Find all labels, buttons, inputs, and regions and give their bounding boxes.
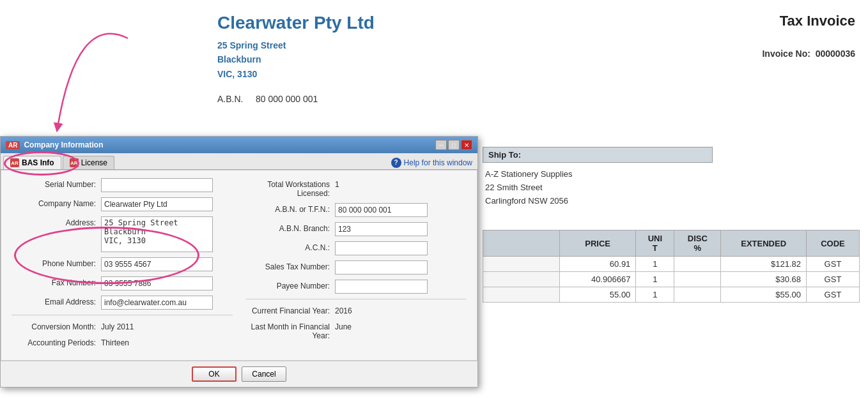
table-cell-disc <box>674 272 721 287</box>
address-line1: 25 Spring Street <box>217 38 460 52</box>
ship-to-section: Ship To: A-Z Stationery Supplies 22 Smit… <box>483 147 713 207</box>
ship-to-address: A-Z Stationery Supplies 22 Smith Street … <box>483 168 713 207</box>
company-name-label: Company Name: <box>12 197 101 208</box>
minimize-button[interactable]: ─ <box>435 140 447 150</box>
table-cell-price: 60.91 <box>560 257 636 272</box>
sales-tax-input[interactable] <box>335 260 428 275</box>
table-cell-unit: 1 <box>636 257 674 272</box>
company-name-large: Clearwater Pty Ltd <box>217 13 460 33</box>
acn-label: A.C.N.: <box>245 241 335 252</box>
total-workstations-value: 1 <box>335 178 339 189</box>
abn-tfn-row: A.B.N. or T.F.N.: <box>245 203 467 217</box>
table-cell-extended: $55.00 <box>721 287 807 303</box>
company-info-dialog: AR Company Information ─ □ ✕ AR BAS Info… <box>0 136 478 388</box>
address-row: Address: 25 Spring Street Blackburn VIC,… <box>12 216 233 252</box>
company-name-input[interactable] <box>101 197 213 211</box>
table-header-code: CODE <box>806 230 859 257</box>
ship-to-label: Ship To: <box>483 147 713 163</box>
acn-input[interactable] <box>335 241 428 255</box>
total-workstations-label: Total Workstations Licensed: <box>245 178 335 198</box>
abn-branch-input[interactable] <box>335 222 428 236</box>
phone-row: Phone Number: <box>12 257 233 271</box>
accounting-periods-label: Accounting Periods: <box>12 336 101 347</box>
help-button[interactable]: ? Help for this window <box>391 158 472 168</box>
table-header-price: PRICE <box>560 230 636 257</box>
table-row: 40.906667 1 $30.68 GST <box>483 272 860 287</box>
address-input[interactable]: 25 Spring Street Blackburn VIC, 3130 <box>101 216 213 252</box>
current-financial-year-value: 2016 <box>335 305 352 315</box>
company-address: 25 Spring Street Blackburn VIC, 3130 <box>217 38 460 81</box>
sales-tax-row: Sales Tax Number: <box>245 260 467 275</box>
dialog-left-col: Serial Number: Company Name: Address: 25… <box>12 178 233 352</box>
invoice-left-section: Clearwater Pty Ltd 25 Spring Street Blac… <box>217 13 460 104</box>
table-cell-price: 55.00 <box>560 287 636 303</box>
current-financial-year-row: Current Financial Year: 2016 <box>245 305 467 315</box>
tax-invoice-title: Tax Invoice <box>663 13 855 29</box>
conversion-month-label: Conversion Month: <box>12 320 101 331</box>
address-label: Address: <box>12 216 101 227</box>
address-line2: Blackburn <box>217 52 460 66</box>
table-header-disc: DISC% <box>674 230 721 257</box>
dialog-body: Serial Number: Company Name: Address: 25… <box>1 170 477 361</box>
bas-tab-label: BAS Info <box>22 158 54 167</box>
current-financial-year-label: Current Financial Year: <box>245 305 335 315</box>
table-cell-empty <box>483 287 560 303</box>
license-tab-label: License <box>81 158 107 167</box>
table-cell-unit: 1 <box>636 287 674 303</box>
email-input[interactable] <box>101 296 213 310</box>
ok-button[interactable]: OK <box>192 366 236 382</box>
email-row: Email Address: <box>12 296 233 310</box>
ship-line1: A-Z Stationery Supplies <box>485 168 713 181</box>
dialog-titlebar: AR Company Information ─ □ ✕ <box>1 137 477 153</box>
fax-input[interactable] <box>101 276 213 290</box>
abn-label: A.B.N. <box>217 94 243 104</box>
last-month-row: Last Month in Financial Year: June <box>245 320 467 340</box>
close-button[interactable]: ✕ <box>461 140 472 150</box>
help-icon: ? <box>391 158 401 168</box>
conversion-month-value: July 2011 <box>101 320 134 331</box>
sales-tax-label: Sales Tax Number: <box>245 260 335 271</box>
accounting-periods-value: Thirteen <box>101 336 129 347</box>
table-row: 60.91 1 $121.82 GST <box>483 257 860 272</box>
abn-tfn-label: A.B.N. or T.F.N.: <box>245 203 335 214</box>
tab-license[interactable]: AR License <box>63 156 114 169</box>
help-label: Help for this window <box>404 158 472 167</box>
phone-label: Phone Number: <box>12 257 101 268</box>
serial-number-row: Serial Number: <box>12 178 233 192</box>
ship-line2: 22 Smith Street <box>485 181 713 195</box>
table-cell-empty <box>483 257 560 272</box>
dialog-tabs: AR BAS Info AR License ? Help for this w… <box>1 153 477 170</box>
conversion-month-row: Conversion Month: July 2011 <box>12 320 233 331</box>
table-cell-code: GST <box>806 287 859 303</box>
payee-input[interactable] <box>335 280 428 294</box>
accounting-periods-row: Accounting Periods: Thirteen <box>12 336 233 347</box>
invoice-right-section: Tax Invoice Invoice No: 00000036 <box>663 13 855 72</box>
cancel-button[interactable]: Cancel <box>242 366 286 382</box>
invoice-table: PRICE UNIT DISC% EXTENDED CODE 60.91 1 $… <box>483 230 860 303</box>
last-month-value: June <box>335 320 352 331</box>
payee-label: Payee Number: <box>245 280 335 290</box>
abn-tfn-input[interactable] <box>335 203 428 217</box>
phone-input[interactable] <box>101 257 213 271</box>
dialog-title-text: Company Information <box>24 140 103 149</box>
acn-row: A.C.N.: <box>245 241 467 255</box>
fax-label: Fax Number: <box>12 276 101 287</box>
email-label: Email Address: <box>12 296 101 306</box>
abn-value: 80 000 000 001 <box>256 94 318 104</box>
total-workstations-row: Total Workstations Licensed: 1 <box>245 178 467 198</box>
invoice-no-value: 00000036 <box>816 49 855 59</box>
table-cell-disc <box>674 257 721 272</box>
table-header-empty <box>483 230 560 257</box>
dialog-window-buttons[interactable]: ─ □ ✕ <box>435 140 472 150</box>
serial-number-input[interactable] <box>101 178 213 192</box>
tab-bas-info[interactable]: AR BAS Info <box>3 156 61 169</box>
fax-row: Fax Number: <box>12 276 233 290</box>
last-month-label: Last Month in Financial Year: <box>245 320 335 340</box>
invoice-no-label: Invoice No: <box>762 49 810 59</box>
maximize-button[interactable]: □ <box>448 140 460 150</box>
ship-line3: Carlingford NSW 2056 <box>485 195 713 208</box>
company-name-row: Company Name: <box>12 197 233 211</box>
abn-branch-label: A.B.N. Branch: <box>245 222 335 233</box>
table-cell-price: 40.906667 <box>560 272 636 287</box>
table-cell-extended: $121.82 <box>721 257 807 272</box>
